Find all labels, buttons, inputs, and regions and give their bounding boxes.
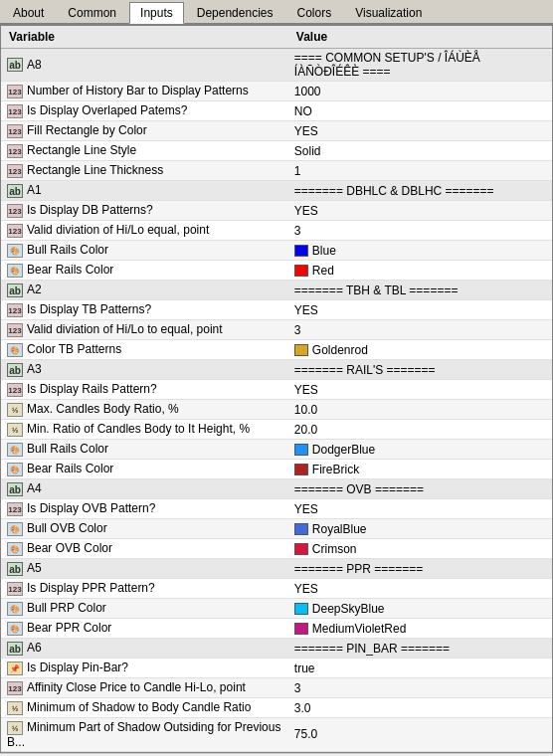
value-cell: 3.0 — [288, 698, 552, 718]
value-text: YES — [294, 502, 318, 516]
table-row: ½Minimum of Shadow to Body Candle Ratio3… — [1, 698, 552, 718]
table-row: 🎨Bull OVB ColorRoyalBlue — [1, 519, 552, 539]
tab-common[interactable]: Common — [57, 2, 127, 23]
value-text: ==== COMMON SETUP'S / ÎÁÙÈÅ ÍÀÑÒÐÎÉÊÈ ==… — [294, 51, 480, 79]
value-cell: Crimson — [288, 539, 552, 559]
tab-dependencies[interactable]: Dependencies — [186, 2, 284, 23]
value-cell: ======= PPR ======= — [288, 559, 552, 579]
num-icon: 123 — [7, 124, 23, 138]
table-row: 📌Is Display Pin-Bar?true — [1, 659, 552, 678]
value-cell: 3 — [288, 678, 552, 698]
value-text: Goldenrod — [312, 343, 368, 357]
table-row: abA3======= RAIL'S ======= — [1, 360, 552, 380]
variable-label: Is Display TB Patterns? — [27, 302, 151, 316]
variable-label: Is Display PPR Pattern? — [27, 581, 155, 595]
value-cell: Blue — [288, 241, 552, 261]
value-cell: ======= RAIL'S ======= — [288, 360, 552, 380]
value-cell: ======= PIN_BAR ======= — [288, 639, 552, 659]
table-row: 123Number of History Bar to Display Patt… — [1, 82, 552, 101]
value-text: ======= DBHLC & DBLHC ======= — [294, 184, 494, 198]
value-text: Red — [312, 264, 334, 278]
table-row: abA2======= TBH & TBL ======= — [1, 281, 552, 300]
variable-label: Fill Rectangle by Color — [27, 123, 147, 137]
value-cell: DeepSkyBlue — [288, 599, 552, 619]
variable-label: Bear OVB Color — [27, 541, 112, 555]
table-row: 123Fill Rectangle by ColorYES — [1, 121, 552, 141]
value-cell: NO — [288, 101, 552, 121]
variable-label: Minimum Part of Shadow Outsiding for Pre… — [7, 720, 280, 749]
value-cell: YES — [288, 579, 552, 599]
value-cell: MediumVioletRed — [288, 619, 552, 639]
value-cell: 3 — [288, 221, 552, 241]
value-text: ======= OVB ======= — [294, 482, 424, 496]
value-text: FireBrick — [312, 463, 359, 476]
tab-about[interactable]: About — [2, 2, 55, 23]
variable-label: Bear Rails Color — [27, 263, 113, 277]
value-text: 3.0 — [294, 701, 311, 715]
value-text: true — [294, 662, 315, 675]
variable-label: A5 — [27, 561, 42, 575]
table-row: abA8==== COMMON SETUP'S / ÎÁÙÈÅ ÍÀÑÒÐÎÉÊ… — [1, 49, 552, 82]
value-text: MediumVioletRed — [312, 622, 407, 636]
value-cell: YES — [288, 300, 552, 320]
variable-label: Bull OVB Color — [27, 521, 107, 535]
value-text: Crimson — [312, 542, 357, 556]
value-cell: YES — [288, 201, 552, 221]
table-row: 🎨Color TB PatternsGoldenrod — [1, 340, 552, 360]
table-row: 123Rectangle Line StyleSolid — [1, 141, 552, 161]
color-swatch-box — [294, 265, 308, 277]
table-row: 123Is Display TB Patterns?YES — [1, 300, 552, 320]
color-swatch-box — [294, 523, 308, 535]
ab-icon: ab — [7, 284, 23, 297]
num-icon: 123 — [7, 85, 23, 98]
value-text: 3 — [294, 323, 301, 337]
table-row: 🎨Bear OVB ColorCrimson — [1, 539, 552, 559]
value-text: YES — [294, 303, 318, 317]
value-cell: ======= OVB ======= — [288, 479, 552, 499]
num-icon: 123 — [7, 204, 23, 218]
value-text: YES — [294, 582, 318, 596]
variable-label: Valid diviation of Hi/Lo equal, point — [27, 223, 209, 237]
color-swatch-box — [294, 344, 308, 356]
pin-icon: 📌 — [7, 662, 23, 675]
table-row: 123Is Display DB Patterns?YES — [1, 201, 552, 221]
ab-icon: ab — [7, 184, 23, 198]
value-text: 3 — [294, 681, 301, 695]
value-cell: true — [288, 659, 552, 678]
table-row: 123Is Display PPR Pattern?YES — [1, 579, 552, 599]
table-row: 🎨Bull PRP ColorDeepSkyBlue — [1, 599, 552, 619]
table-row: 123Is Display Overlaped Patems?NO — [1, 101, 552, 121]
variable-label: A8 — [27, 58, 42, 72]
value-text: NO — [294, 104, 312, 118]
value-text: YES — [294, 383, 318, 397]
value-cell: 10.0 — [288, 400, 552, 420]
variable-label: Bull PRP Color — [27, 601, 106, 615]
value-cell: YES — [288, 380, 552, 400]
value-cell: Solid — [288, 141, 552, 161]
value-cell: 3 — [288, 320, 552, 340]
value-text: 3 — [294, 224, 301, 238]
variable-label: Is Display Pin-Bar? — [27, 661, 128, 674]
tab-inputs[interactable]: Inputs — [129, 2, 184, 24]
value-cell: 20.0 — [288, 420, 552, 440]
variable-label: A1 — [27, 183, 42, 197]
color-swatch-box — [294, 464, 308, 475]
variable-label: Affinity Close Price to Candle Hi-Lo, po… — [27, 680, 246, 694]
num-icon: 123 — [7, 303, 23, 317]
num-icon: 123 — [7, 144, 23, 158]
num-icon: 123 — [7, 323, 23, 337]
ab-icon: ab — [7, 642, 23, 656]
value-text: ======= PPR ======= — [294, 562, 423, 576]
color-icon: 🎨 — [7, 264, 23, 278]
value-cell: ==== COMMON SETUP'S / ÎÁÙÈÅ ÍÀÑÒÐÎÉÊÈ ==… — [288, 49, 552, 82]
tab-colors[interactable]: Colors — [285, 2, 342, 23]
tab-visualization[interactable]: Visualization — [344, 2, 433, 23]
value-cell: YES — [288, 121, 552, 141]
table-row: abA4======= OVB ======= — [1, 479, 552, 499]
variable-label: Max. Candles Body Ratio, % — [27, 402, 179, 416]
value-cell: ======= TBH & TBL ======= — [288, 281, 552, 300]
variable-label: Bull Rails Color — [27, 442, 108, 456]
value-text: ======= RAIL'S ======= — [294, 363, 436, 377]
table-row: ½Max. Candles Body Ratio, %10.0 — [1, 400, 552, 420]
variable-label: Is Display DB Patterns? — [27, 203, 153, 217]
